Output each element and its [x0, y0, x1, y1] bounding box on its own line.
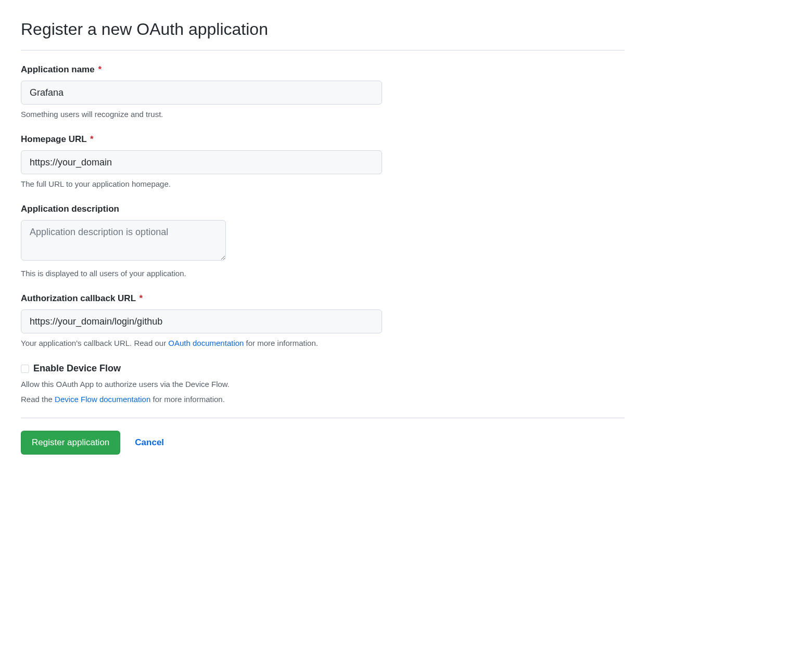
callback-url-label-text: Authorization callback URL [21, 293, 136, 303]
page-title: Register a new OAuth application [21, 17, 625, 42]
title-divider [21, 50, 625, 50]
required-asterisk-icon: * [98, 64, 102, 74]
app-description-help: This is displayed to all users of your a… [21, 268, 625, 280]
device-flow-help-2: Read the Device Flow documentation for m… [21, 394, 625, 406]
device-flow-label[interactable]: Enable Device Flow [33, 361, 121, 376]
app-name-label-text: Application name [21, 64, 95, 74]
callback-url-help-suffix: for more information. [244, 339, 318, 347]
app-name-help: Something users will recognize and trust… [21, 109, 625, 121]
required-asterisk-icon: * [139, 293, 143, 303]
app-name-group: Application name * Something users will … [21, 63, 625, 120]
homepage-url-help: The full URL to your application homepag… [21, 178, 625, 190]
device-flow-help-2-prefix: Read the [21, 395, 55, 404]
form-actions: Register application Cancel [21, 431, 625, 455]
app-description-label-text: Application description [21, 204, 119, 214]
app-description-group: Application description This is displaye… [21, 202, 625, 279]
callback-url-label: Authorization callback URL * [21, 292, 625, 305]
homepage-url-input[interactable] [21, 150, 382, 174]
callback-url-help: Your application's callback URL. Read ou… [21, 338, 625, 350]
device-flow-row: Enable Device Flow [21, 361, 625, 376]
homepage-url-label: Homepage URL * [21, 133, 625, 146]
device-flow-docs-link[interactable]: Device Flow documentation [55, 395, 150, 404]
app-description-textarea[interactable] [21, 220, 226, 261]
actions-divider [21, 418, 625, 418]
homepage-url-label-text: Homepage URL [21, 134, 86, 144]
app-description-label: Application description [21, 202, 625, 216]
register-application-button[interactable]: Register application [21, 431, 120, 455]
homepage-url-group: Homepage URL * The full URL to your appl… [21, 133, 625, 190]
cancel-button[interactable]: Cancel [135, 437, 164, 448]
app-name-input[interactable] [21, 81, 382, 105]
callback-url-group: Authorization callback URL * Your applic… [21, 292, 625, 349]
device-flow-group: Enable Device Flow Allow this OAuth App … [21, 361, 625, 405]
oauth-docs-link[interactable]: OAuth documentation [168, 339, 244, 347]
device-flow-help-2-suffix: for more information. [150, 395, 225, 404]
app-name-label: Application name * [21, 63, 625, 76]
required-asterisk-icon: * [90, 134, 94, 144]
callback-url-help-prefix: Your application's callback URL. Read ou… [21, 339, 168, 347]
device-flow-help-1: Allow this OAuth App to authorize users … [21, 379, 625, 391]
device-flow-checkbox[interactable] [21, 365, 29, 373]
callback-url-input[interactable] [21, 309, 382, 333]
